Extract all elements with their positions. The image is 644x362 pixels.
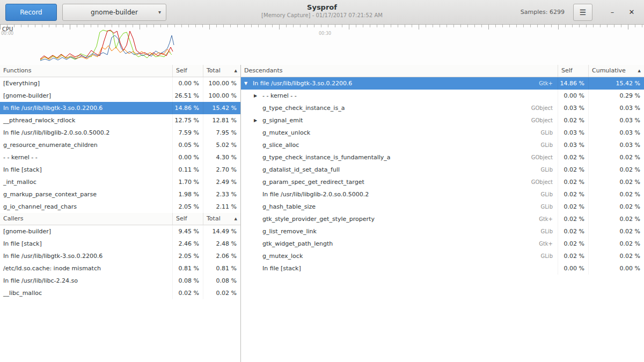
functions-row[interactable]: - - kernel - -0.00 %4.30 %: [0, 151, 240, 164]
column-header-functions[interactable]: Functions: [0, 65, 173, 77]
row-name-cell: /etc/ld.so.cache: inode mismatch: [0, 262, 173, 275]
sort-arrow-icon: ▲: [232, 213, 237, 225]
functions-row[interactable]: g_io_channel_read_chars2.05 %2.11 %: [0, 201, 240, 213]
callers-row[interactable]: [gnome-builder]9.45 %14.49 %: [0, 225, 240, 238]
row-name-cell: g_param_spec_get_redirect_targetGObject: [241, 176, 558, 188]
descendants-row[interactable]: g_mutex_unlockGLib0.03 %0.03 %: [241, 127, 644, 139]
self-header-label: Self: [561, 65, 573, 77]
library-badge: Gtk+: [539, 238, 554, 250]
descendants-row[interactable]: gtk_style_provider_get_style_propertyGtk…: [241, 213, 644, 225]
column-header-total[interactable]: Total ▲: [203, 65, 240, 77]
total-header-label: Total: [207, 65, 221, 77]
descendants-row[interactable]: g_datalist_id_set_data_fullGLib0.02 %0.0…: [241, 164, 644, 176]
column-header-self[interactable]: Self: [173, 213, 203, 225]
column-header-self[interactable]: Self: [558, 65, 589, 77]
time-label-mid: 00:30: [319, 31, 331, 36]
total-cell: 0.08 %: [203, 275, 240, 287]
left-pane: Functions Self Total ▲ [Everything]0.00 …: [0, 65, 241, 362]
functions-row[interactable]: In file /usr/lib/libgtk-3.so.0.2200.614.…: [0, 102, 240, 114]
cumulative-cell: 0.03 %: [589, 139, 644, 151]
self-cell: 0.03 %: [558, 139, 589, 151]
close-button[interactable]: ✕: [625, 5, 639, 19]
self-cell: 0.02 %: [558, 151, 589, 164]
descendants-row[interactable]: gtk_widget_path_lengthGtk+0.02 %0.02 %: [241, 238, 644, 250]
library-badge: GObject: [531, 102, 554, 114]
minimize-button[interactable]: –: [605, 5, 619, 19]
row-name-cell: g_type_check_instance_is_aGObject: [241, 102, 558, 114]
callers-row[interactable]: In file [stack]2.46 %2.48 %: [0, 238, 240, 250]
descendants-row[interactable]: g_hash_table_sizeGLib0.02 %0.02 %: [241, 201, 644, 213]
self-cell: 0.03 %: [558, 102, 589, 114]
functions-row[interactable]: g_resource_enumerate_children0.05 %5.02 …: [0, 139, 240, 151]
self-cell: 0.08 %: [173, 275, 203, 287]
descendants-row[interactable]: g_param_spec_get_redirect_targetGObject0…: [241, 176, 644, 188]
self-cell: 0.02 %: [558, 114, 589, 127]
functions-row[interactable]: _int_malloc1.70 %2.49 %: [0, 176, 240, 188]
column-header-total[interactable]: Total ▲: [203, 213, 240, 225]
descendants-row[interactable]: ▶- - kernel - -0.00 %0.29 %: [241, 90, 644, 102]
cpu-graph[interactable]: CPU 00:00 00:30: [0, 25, 644, 65]
row-name-cell: __pthread_rwlock_rdlock: [0, 114, 173, 127]
row-name-cell: In file /usr/lib/libgtk-3.so.0.2200.6: [0, 102, 173, 114]
cumulative-cell: 0.00 %: [589, 262, 644, 275]
descendants-row[interactable]: g_type_check_instance_is_aGObject0.03 %0…: [241, 102, 644, 114]
row-name-cell: In file /usr/lib/libc-2.24.so: [0, 275, 173, 287]
process-selector-dropdown[interactable]: gnome-builder ▾: [62, 4, 166, 21]
functions-row[interactable]: [gnome-builder]26.51 %100.00 %: [0, 90, 240, 102]
callers-row[interactable]: __libc_malloc0.02 %0.02 %: [0, 287, 240, 299]
cumulative-cell: 0.02 %: [589, 201, 644, 213]
self-cell: 1.70 %: [173, 176, 203, 188]
functions-row[interactable]: In file [stack]0.11 %2.70 %: [0, 164, 240, 176]
callers-row[interactable]: /etc/ld.so.cache: inode mismatch0.81 %0.…: [0, 262, 240, 275]
self-cell: 0.03 %: [558, 127, 589, 139]
descendants-row[interactable]: In file /usr/lib/libglib-2.0.so.0.5000.2…: [241, 188, 644, 201]
descendants-row[interactable]: ▶g_signal_emitGObject0.02 %0.03 %: [241, 114, 644, 127]
descendants-row[interactable]: In file [stack]0.00 %0.00 %: [241, 262, 644, 275]
descendants-row[interactable]: ▼In file /usr/lib/libgtk-3.so.0.2200.6Gt…: [241, 77, 644, 90]
descendants-row[interactable]: g_list_remove_linkGLib0.02 %0.02 %: [241, 225, 644, 238]
functions-row[interactable]: g_markup_parse_context_parse1.98 %2.33 %: [0, 188, 240, 201]
descendants-row[interactable]: g_mutex_lockGLib0.02 %0.02 %: [241, 250, 644, 262]
column-header-descendants[interactable]: Descendants: [241, 65, 558, 77]
sort-arrow-icon: ▲: [232, 65, 237, 77]
cumulative-cell: 0.02 %: [589, 238, 644, 250]
row-name-cell: g_slice_allocGLib: [241, 139, 558, 151]
row-name-cell: g_hash_table_sizeGLib: [241, 201, 558, 213]
hamburger-menu-button[interactable]: ☰: [573, 4, 592, 21]
chevron-down-icon: ▾: [158, 9, 161, 15]
functions-row[interactable]: __pthread_rwlock_rdlock12.75 %12.81 %: [0, 114, 240, 127]
descendants-row[interactable]: g_slice_allocGLib0.03 %0.03 %: [241, 139, 644, 151]
self-cell: 0.02 %: [558, 201, 589, 213]
functions-table: [Everything]0.00 %100.00 %[gnome-builder…: [0, 77, 240, 213]
callers-row[interactable]: In file /usr/lib/libc-2.24.so0.08 %0.08 …: [0, 275, 240, 287]
column-header-cumulative[interactable]: Cumulative ▲: [589, 65, 644, 77]
cumulative-cell: 0.02 %: [589, 176, 644, 188]
triangle-right-icon[interactable]: ▶: [254, 90, 262, 102]
function-name: g_type_check_instance_is_fundamentally_a: [262, 151, 391, 164]
row-name-cell: gtk_widget_path_lengthGtk+: [241, 238, 558, 250]
self-cell: 0.00 %: [558, 90, 589, 102]
library-badge: GLib: [541, 164, 554, 176]
descendants-row[interactable]: g_type_check_instance_is_fundamentally_a…: [241, 151, 644, 164]
functions-row[interactable]: [Everything]0.00 %100.00 %: [0, 77, 240, 90]
self-cell: 0.05 %: [173, 139, 203, 151]
self-cell: 0.02 %: [558, 164, 589, 176]
row-name-cell: In file /usr/lib/libglib-2.0.so.0.5000.2: [0, 127, 173, 139]
minimize-icon: –: [611, 8, 614, 16]
descendants-header-label: Descendants: [244, 65, 283, 77]
column-header-callers[interactable]: Callers: [0, 213, 173, 225]
triangle-right-icon[interactable]: ▶: [254, 114, 262, 127]
column-header-self[interactable]: Self: [173, 65, 203, 77]
self-cell: 0.02 %: [558, 213, 589, 225]
triangle-down-icon[interactable]: ▼: [244, 77, 253, 90]
self-cell: 2.05 %: [173, 201, 203, 213]
functions-row[interactable]: In file /usr/lib/libglib-2.0.so.0.5000.2…: [0, 127, 240, 139]
row-name-cell: g_type_check_instance_is_fundamentally_a…: [241, 151, 558, 164]
record-button[interactable]: Record: [5, 4, 57, 21]
sort-arrow-icon: ▲: [636, 65, 641, 77]
self-cell: 1.98 %: [173, 188, 203, 201]
total-cell: 2.11 %: [203, 201, 240, 213]
total-header-label: Total: [207, 213, 221, 225]
right-pane: Descendants Self Cumulative ▲ ▼In file /…: [241, 65, 644, 362]
callers-row[interactable]: In file /usr/lib/libgtk-3.so.0.2200.62.0…: [0, 250, 240, 262]
